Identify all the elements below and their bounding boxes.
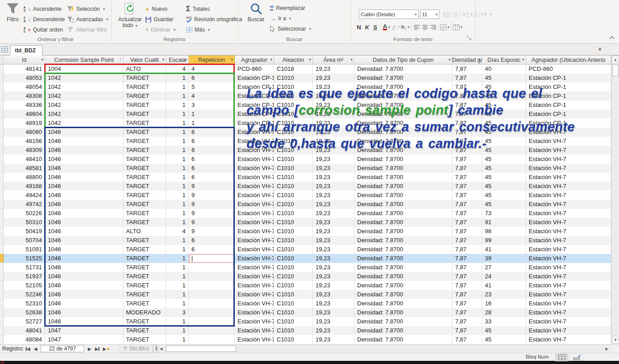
- cell-aleacion[interactable]: C1010: [274, 272, 313, 281]
- cell-csp[interactable]: 1046: [45, 146, 123, 155]
- cell-dias[interactable]: 45: [482, 110, 526, 119]
- row-selector[interactable]: [0, 146, 4, 155]
- cell-area[interactable]: 19,23: [313, 101, 354, 110]
- row-selector[interactable]: [0, 137, 4, 146]
- cell-datos[interactable]: Densidad: 7.8700: [354, 254, 452, 263]
- cell-agrupador[interactable]: Estación VH-7: [235, 281, 274, 290]
- cell-ubicacion[interactable]: Estación VH-7: [526, 308, 611, 317]
- cell-id[interactable]: 48054: [4, 83, 45, 92]
- cell-agrupador[interactable]: Estación VH-7: [235, 182, 274, 191]
- cell-csp[interactable]: 1046: [45, 308, 123, 317]
- cell-repeticion[interactable]: 6: [189, 137, 235, 146]
- cell-ubicacion[interactable]: Estación CP-1: [526, 101, 611, 110]
- cell-csp[interactable]: 1046: [45, 290, 123, 299]
- cell-csp[interactable]: 1042: [45, 83, 123, 92]
- row-selector[interactable]: [0, 74, 4, 83]
- cell-agrupador[interactable]: PCD-860: [235, 65, 274, 74]
- cell-aleacion[interactable]: C1010: [274, 173, 313, 182]
- cell-densidad[interactable]: 7,87: [452, 308, 482, 317]
- cell-csp[interactable]: 1042: [45, 110, 123, 119]
- vertical-scrollbar[interactable]: ▲ ▼: [611, 55, 619, 344]
- cell-ubicacion[interactable]: Estación VH-7: [526, 209, 611, 218]
- cell-valor[interactable]: TARGET: [123, 218, 166, 227]
- cell-ubicacion[interactable]: Estación CP-1: [526, 92, 611, 101]
- cell-aleacion[interactable]: C1010: [274, 137, 313, 146]
- cell-aleacion[interactable]: C1010: [274, 209, 313, 218]
- cell-ubicacion[interactable]: Estación VH-7: [526, 218, 611, 227]
- cell-agrupador[interactable]: Estación VH-7: [235, 335, 274, 344]
- cell-ubicacion[interactable]: Estación VH-7: [526, 146, 611, 155]
- cell-area[interactable]: 19,23: [313, 155, 354, 164]
- cell-csp[interactable]: 1046: [45, 200, 123, 209]
- cell-datos[interactable]: Densidad: 7.8700: [354, 299, 452, 308]
- first-record-button[interactable]: ◀: [26, 346, 30, 351]
- cell-datos[interactable]: Densidad: 7.8700: [354, 83, 452, 92]
- cell-dias[interactable]: 99: [482, 236, 526, 245]
- cell-csp[interactable]: 1042: [45, 92, 123, 101]
- cell-escala[interactable]: 1: [166, 281, 189, 290]
- cell-ubicacion[interactable]: Estación VH-7: [526, 290, 611, 299]
- cell-escala[interactable]: 1: [166, 164, 189, 173]
- cell-repeticion[interactable]: 9: [189, 182, 235, 191]
- column-dropdown-icon[interactable]: ▾: [350, 57, 353, 62]
- cell-densidad[interactable]: 7,87: [452, 290, 482, 299]
- cell-dias[interactable]: 98: [482, 227, 526, 236]
- cell-aleacion[interactable]: C1010: [274, 92, 313, 101]
- cell-densidad[interactable]: 7,87: [452, 191, 482, 200]
- cell-datos[interactable]: Densidad: 7.8700: [354, 191, 452, 200]
- cell-ubicacion[interactable]: Estación VH-7: [526, 254, 611, 263]
- cell-agrupador[interactable]: Estación VH-7: [235, 299, 274, 308]
- cell-area[interactable]: 19,23: [313, 200, 354, 209]
- cell-valor[interactable]: TARGET: [123, 335, 166, 344]
- cell-ubicacion[interactable]: Estación VH-7: [526, 227, 611, 236]
- cell-id[interactable]: 51091: [4, 245, 45, 254]
- cell-aleacion[interactable]: C1010: [274, 182, 313, 191]
- column-dropdown-icon[interactable]: ▾: [522, 57, 524, 62]
- cell-dias[interactable]: 41: [482, 245, 526, 254]
- cell-csp[interactable]: 1046: [45, 209, 123, 218]
- cell-area[interactable]: 19,23: [313, 209, 354, 218]
- cell-valor[interactable]: TARGET: [123, 83, 166, 92]
- cell-id[interactable]: 48919: [4, 119, 45, 128]
- cell-aleacion[interactable]: C1010: [274, 281, 313, 290]
- cell-ubicacion[interactable]: Estación VH-7: [526, 317, 611, 326]
- cell-aleacion[interactable]: C1010: [274, 245, 313, 254]
- cell-agrupador[interactable]: Estación VH-7: [235, 308, 274, 317]
- cell-aleacion[interactable]: C1010: [274, 335, 313, 344]
- cell-valor[interactable]: TARGET: [123, 182, 166, 191]
- cell-densidad[interactable]: 7,87: [452, 317, 482, 326]
- cell-repeticion[interactable]: 6: [189, 128, 235, 137]
- row-selector[interactable]: [0, 263, 4, 272]
- cell-aleacion[interactable]: C1010: [274, 227, 313, 236]
- cell-area[interactable]: 19,23: [313, 173, 354, 182]
- cell-valor[interactable]: ALTO: [123, 65, 166, 74]
- cell-aleacion[interactable]: C1010: [274, 317, 313, 326]
- row-selector[interactable]: [0, 182, 4, 191]
- cell-id[interactable]: 52246: [4, 290, 45, 299]
- cell-ubicacion[interactable]: Estación VH-7: [526, 236, 611, 245]
- cell-densidad[interactable]: 7,87: [452, 200, 482, 209]
- cell-dias[interactable]: 73: [482, 209, 526, 218]
- cell-valor[interactable]: TARGET: [123, 101, 166, 110]
- cell-area[interactable]: 19,23: [313, 335, 354, 344]
- spelling-button[interactable]: ABC Revisión ortográfica: [186, 15, 242, 24]
- goto-button[interactable]: → Ir a▾: [270, 14, 291, 23]
- cell-valor[interactable]: TARGET: [123, 299, 166, 308]
- cell-aleacion[interactable]: C1010: [274, 191, 313, 200]
- cell-dias[interactable]: 23: [482, 290, 526, 299]
- cell-agrupador[interactable]: Estación VH-7: [235, 236, 274, 245]
- cell-dias[interactable]: 91: [482, 218, 526, 227]
- row-selector[interactable]: [0, 335, 4, 344]
- cell-ubicacion[interactable]: Estación VH-7: [526, 137, 611, 146]
- font-color-button[interactable]: A▾: [382, 23, 391, 32]
- cell-dias[interactable]: 39: [482, 254, 526, 263]
- cell-aleacion[interactable]: C1010: [274, 218, 313, 227]
- cell-densidad[interactable]: 7,87: [452, 254, 482, 263]
- scroll-up-icon[interactable]: ▲: [612, 55, 619, 64]
- column-dropdown-icon[interactable]: ▾: [41, 57, 43, 62]
- cell-area[interactable]: 19,23: [313, 74, 354, 83]
- sort-ascending-button[interactable]: AZ↓ Ascendente: [23, 5, 61, 14]
- cell-densidad[interactable]: 7,87: [452, 218, 482, 227]
- cell-datos[interactable]: Densidad: 7.8700: [354, 263, 452, 272]
- cell-escala[interactable]: 1: [166, 128, 189, 137]
